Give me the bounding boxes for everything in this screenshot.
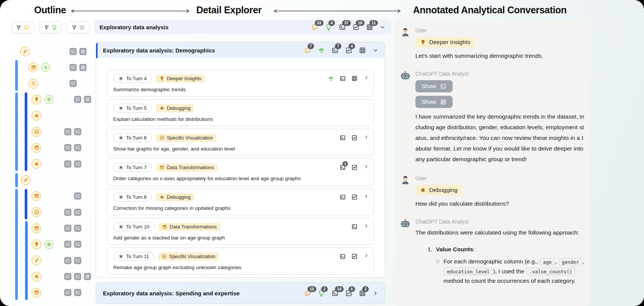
chart-icon[interactable] <box>351 135 358 141</box>
terminal-button[interactable] <box>74 96 81 103</box>
open-turn-button[interactable] <box>363 164 369 170</box>
table-button[interactable] <box>79 48 87 55</box>
open-turn-button[interactable] <box>363 223 369 229</box>
terminal-button[interactable] <box>74 257 81 264</box>
turn-pill[interactable]: To Turn 11 <box>113 252 154 261</box>
terminal-button[interactable] <box>74 160 81 168</box>
category-tag-label: Deeper Insights <box>167 76 201 81</box>
turn-pill[interactable]: To Turn 6 <box>113 133 152 142</box>
turn-pill[interactable]: To Turn 8 <box>113 193 152 201</box>
terminal-icon[interactable] <box>339 75 346 82</box>
terminal-button[interactable] <box>69 64 77 71</box>
message-user: User Debugging How did you calculate dis… <box>399 174 585 208</box>
turn-cards-list: To Turn 4 Deeper Insights Summarize demo… <box>96 58 385 274</box>
turn-card[interactable]: To Turn 7 Data Transformations 2 Order c… <box>107 159 374 186</box>
scale-icon <box>318 47 325 54</box>
turn-card[interactable]: To Turn 5 Debugging Explain calculation … <box>107 99 374 126</box>
chart-button[interactable] <box>64 273 71 280</box>
terminal-icon[interactable] <box>351 224 358 230</box>
turn-card[interactable]: To Turn 10 Data Transformations Add gend… <box>107 218 374 245</box>
open-turn-button[interactable] <box>363 75 369 81</box>
expand-section-button[interactable] <box>372 290 379 296</box>
terminal-icon[interactable] <box>339 253 346 260</box>
table-node[interactable] <box>32 288 41 298</box>
shapes-icon[interactable] <box>41 63 50 72</box>
venn-icon[interactable] <box>44 240 54 249</box>
terminal-button[interactable] <box>74 209 81 216</box>
terminal-button[interactable] <box>74 241 81 248</box>
bar-chart-node[interactable] <box>32 127 41 137</box>
lightbulb-node[interactable] <box>32 239 41 249</box>
table-node[interactable] <box>32 224 41 233</box>
bug-node[interactable] <box>32 111 41 120</box>
chart-button[interactable] <box>64 144 71 151</box>
turn-pill[interactable]: To Turn 7 <box>113 163 152 172</box>
open-turn-button[interactable] <box>363 134 369 140</box>
turn-card[interactable]: To Turn 11 Specific Visualization Remake… <box>107 247 374 274</box>
table-node[interactable] <box>28 62 38 72</box>
table-button[interactable] <box>84 273 91 280</box>
chart-button[interactable] <box>64 241 71 248</box>
chart-button[interactable] <box>64 257 71 264</box>
chart-icon[interactable] <box>351 253 358 260</box>
turn-card[interactable]: To Turn 6 Specific Visualization Show ba… <box>107 129 374 156</box>
bug-node[interactable] <box>32 159 41 169</box>
terminal-button[interactable] <box>74 225 81 232</box>
user-prompt-node[interactable] <box>21 175 31 185</box>
section-demographics-header[interactable]: Exploratory data analysis: Demographics … <box>96 42 385 58</box>
table-icon[interactable] <box>351 75 358 82</box>
terminal-button[interactable] <box>74 289 81 296</box>
message-author: ChatGPT Data Analyst <box>415 71 585 77</box>
code-count-badge: 14 <box>335 286 344 292</box>
chart-button[interactable] <box>64 160 71 168</box>
terminal-icon[interactable]: 2 <box>339 164 346 171</box>
chart-icon[interactable] <box>351 164 358 171</box>
lightbulb-node[interactable] <box>32 95 41 105</box>
turn-pill[interactable]: To Turn 10 <box>113 222 155 231</box>
table-node[interactable] <box>32 143 41 153</box>
openai-icon <box>118 254 123 259</box>
charts-count-icon: 6 <box>345 290 352 297</box>
table-button[interactable] <box>79 64 87 71</box>
turn-card[interactable]: To Turn 4 Deeper Insights Summarize demo… <box>107 70 374 97</box>
turn-pill[interactable]: To Turn 4 <box>113 74 152 83</box>
table-button[interactable] <box>84 96 91 103</box>
chart-button[interactable] <box>64 128 71 135</box>
terminal-icon[interactable] <box>339 135 346 141</box>
chart-icon[interactable] <box>351 194 358 200</box>
terminal-icon[interactable] <box>339 194 346 200</box>
chart-button[interactable] <box>64 289 71 296</box>
terminal-button[interactable] <box>74 128 81 135</box>
charts-count-icon: 18 <box>352 24 360 31</box>
explorer-header[interactable]: Exploratory data analysis 33 4 37 18 11 <box>94 20 391 34</box>
scale-icon[interactable] <box>44 95 54 104</box>
outline-guide-bar <box>25 92 27 171</box>
scale-icon[interactable] <box>328 75 334 82</box>
chart-button[interactable] <box>64 209 71 216</box>
turn-pill[interactable]: To Turn 5 <box>113 104 152 113</box>
show-table-button[interactable]: Show <box>415 96 453 108</box>
section-spending-header[interactable]: Exploratory data analysis: Spending and … <box>96 282 385 304</box>
table-node[interactable] <box>32 191 41 201</box>
open-turn-button[interactable] <box>363 253 369 258</box>
list-sub-bullet: For each demographic column (e.g., age, … <box>428 257 585 286</box>
terminal-button[interactable] <box>69 80 77 87</box>
search-node[interactable] <box>28 79 38 89</box>
section-count-cluster: 7 7 4 <box>304 47 366 54</box>
bar-chart-node[interactable] <box>32 207 41 217</box>
user-prompt-node[interactable] <box>32 255 41 265</box>
terminal-button[interactable] <box>69 48 77 55</box>
turn-card[interactable]: To Turn 8 Debugging Correction for missi… <box>107 188 374 215</box>
user-prompt-node[interactable] <box>20 46 30 56</box>
terminal-button[interactable] <box>74 273 81 280</box>
charts-count-icon: 4 <box>345 47 352 54</box>
collapse-explorer-button[interactable] <box>379 24 386 30</box>
chart-button[interactable] <box>64 225 71 232</box>
message-assistant: ChatGPT Data Analyst The distributions w… <box>399 218 585 286</box>
open-turn-button[interactable] <box>363 193 369 199</box>
collapse-section-button[interactable] <box>372 47 379 54</box>
bug-node[interactable] <box>32 272 41 282</box>
show-code-button[interactable]: Show <box>415 80 453 92</box>
terminal-button[interactable] <box>74 192 81 200</box>
terminal-button[interactable] <box>74 144 81 151</box>
